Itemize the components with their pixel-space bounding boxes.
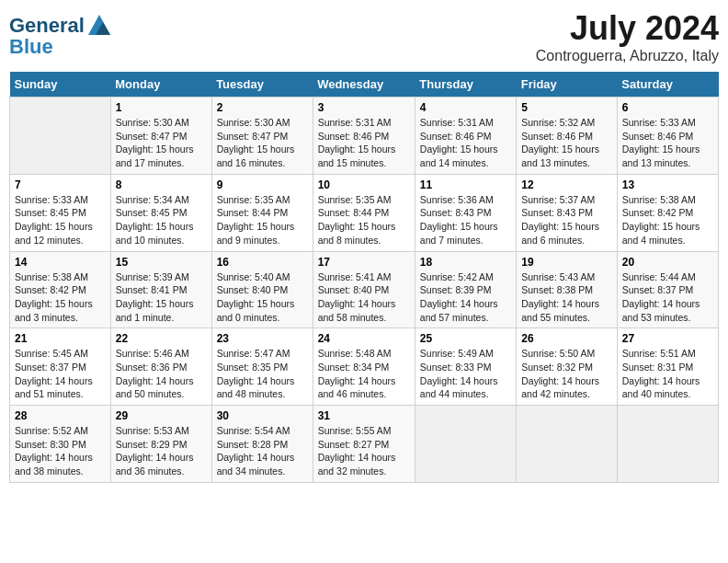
page-header: General Blue July 2024 Controguerra, Abr… — [9, 9, 719, 64]
day-info: Sunrise: 5:41 AMSunset: 8:40 PMDaylight:… — [318, 270, 410, 325]
day-number: 3 — [318, 101, 410, 114]
day-number: 20 — [622, 256, 713, 269]
logo-text-general: General — [9, 16, 85, 36]
calendar-week-row: 28Sunrise: 5:52 AMSunset: 8:30 PMDayligh… — [10, 406, 719, 483]
calendar-cell: 23Sunrise: 5:47 AMSunset: 8:35 PMDayligh… — [211, 328, 313, 406]
day-number: 14 — [15, 256, 106, 269]
calendar-header-monday: Monday — [110, 72, 211, 98]
day-number: 27 — [622, 332, 713, 345]
calendar-week-row: 7Sunrise: 5:33 AMSunset: 8:45 PMDaylight… — [10, 174, 719, 251]
day-info: Sunrise: 5:31 AMSunset: 8:46 PMDaylight:… — [318, 116, 410, 170]
calendar-cell: 9Sunrise: 5:35 AMSunset: 8:44 PMDaylight… — [211, 174, 313, 251]
calendar-cell: 10Sunrise: 5:35 AMSunset: 8:44 PMDayligh… — [313, 174, 415, 251]
day-info: Sunrise: 5:35 AMSunset: 8:44 PMDaylight:… — [318, 193, 410, 247]
calendar-cell: 15Sunrise: 5:39 AMSunset: 8:41 PMDayligh… — [110, 251, 211, 328]
day-info: Sunrise: 5:48 AMSunset: 8:34 PMDaylight:… — [318, 347, 410, 401]
logo: General Blue — [9, 13, 112, 59]
day-info: Sunrise: 5:33 AMSunset: 8:46 PMDaylight:… — [622, 116, 713, 170]
day-info: Sunrise: 5:43 AMSunset: 8:38 PMDaylight:… — [521, 270, 611, 325]
calendar-cell: 4Sunrise: 5:31 AMSunset: 8:46 PMDaylight… — [415, 98, 516, 175]
calendar-cell: 14Sunrise: 5:38 AMSunset: 8:42 PMDayligh… — [10, 251, 111, 328]
day-info: Sunrise: 5:38 AMSunset: 8:42 PMDaylight:… — [15, 270, 106, 325]
day-number: 16 — [217, 256, 308, 269]
calendar-cell: 17Sunrise: 5:41 AMSunset: 8:40 PMDayligh… — [313, 251, 415, 328]
calendar-cell: 20Sunrise: 5:44 AMSunset: 8:37 PMDayligh… — [617, 251, 718, 328]
calendar-week-row: 21Sunrise: 5:45 AMSunset: 8:37 PMDayligh… — [10, 328, 719, 406]
day-info: Sunrise: 5:46 AMSunset: 8:36 PMDaylight:… — [116, 347, 207, 401]
calendar-week-row: 14Sunrise: 5:38 AMSunset: 8:42 PMDayligh… — [10, 251, 719, 328]
calendar-cell — [617, 406, 718, 483]
calendar-cell: 7Sunrise: 5:33 AMSunset: 8:45 PMDaylight… — [10, 174, 111, 251]
calendar-header-tuesday: Tuesday — [211, 72, 313, 98]
calendar-cell: 25Sunrise: 5:49 AMSunset: 8:33 PMDayligh… — [415, 328, 516, 406]
day-number: 9 — [217, 178, 308, 191]
day-number: 8 — [116, 178, 207, 191]
title-block: July 2024 Controguerra, Abruzzo, Italy — [536, 9, 719, 64]
calendar-table: SundayMondayTuesdayWednesdayThursdayFrid… — [9, 72, 719, 483]
day-info: Sunrise: 5:42 AMSunset: 8:39 PMDaylight:… — [420, 270, 511, 325]
day-info: Sunrise: 5:36 AMSunset: 8:43 PMDaylight:… — [420, 193, 511, 247]
day-number: 6 — [622, 101, 713, 114]
calendar-header-saturday: Saturday — [617, 72, 718, 98]
day-info: Sunrise: 5:37 AMSunset: 8:43 PMDaylight:… — [521, 193, 611, 247]
day-number: 15 — [116, 256, 207, 269]
day-info: Sunrise: 5:53 AMSunset: 8:29 PMDaylight:… — [116, 424, 207, 478]
day-number: 2 — [217, 101, 308, 114]
day-info: Sunrise: 5:32 AMSunset: 8:46 PMDaylight:… — [521, 116, 611, 170]
logo-icon — [86, 13, 112, 39]
calendar-cell: 30Sunrise: 5:54 AMSunset: 8:28 PMDayligh… — [211, 406, 313, 483]
calendar-cell: 3Sunrise: 5:31 AMSunset: 8:46 PMDaylight… — [313, 98, 415, 175]
calendar-cell: 31Sunrise: 5:55 AMSunset: 8:27 PMDayligh… — [313, 406, 415, 483]
calendar-week-row: 1Sunrise: 5:30 AMSunset: 8:47 PMDaylight… — [10, 98, 719, 175]
day-number: 17 — [318, 256, 410, 269]
day-info: Sunrise: 5:52 AMSunset: 8:30 PMDaylight:… — [15, 424, 106, 478]
calendar-cell: 26Sunrise: 5:50 AMSunset: 8:32 PMDayligh… — [517, 328, 617, 406]
day-number: 11 — [420, 178, 511, 191]
day-info: Sunrise: 5:34 AMSunset: 8:45 PMDaylight:… — [116, 193, 207, 247]
calendar-cell: 12Sunrise: 5:37 AMSunset: 8:43 PMDayligh… — [517, 174, 617, 251]
calendar-cell: 8Sunrise: 5:34 AMSunset: 8:45 PMDaylight… — [110, 174, 211, 251]
calendar-cell: 28Sunrise: 5:52 AMSunset: 8:30 PMDayligh… — [10, 406, 111, 483]
day-number: 24 — [318, 332, 410, 345]
day-info: Sunrise: 5:51 AMSunset: 8:31 PMDaylight:… — [622, 347, 713, 401]
day-info: Sunrise: 5:50 AMSunset: 8:32 PMDaylight:… — [521, 347, 611, 401]
day-number: 22 — [116, 332, 207, 345]
day-number: 10 — [318, 178, 410, 191]
day-number: 4 — [420, 101, 511, 114]
calendar-cell: 16Sunrise: 5:40 AMSunset: 8:40 PMDayligh… — [211, 251, 313, 328]
calendar-cell — [10, 98, 111, 175]
day-number: 7 — [15, 178, 106, 191]
day-info: Sunrise: 5:55 AMSunset: 8:27 PMDaylight:… — [318, 424, 410, 478]
calendar-cell — [415, 406, 516, 483]
day-number: 21 — [15, 332, 106, 345]
day-number: 29 — [116, 409, 207, 422]
day-number: 25 — [420, 332, 511, 345]
calendar-cell: 11Sunrise: 5:36 AMSunset: 8:43 PMDayligh… — [415, 174, 516, 251]
calendar-cell: 21Sunrise: 5:45 AMSunset: 8:37 PMDayligh… — [10, 328, 111, 406]
day-info: Sunrise: 5:31 AMSunset: 8:46 PMDaylight:… — [420, 116, 511, 170]
main-title: July 2024 — [536, 9, 719, 48]
calendar-cell: 13Sunrise: 5:38 AMSunset: 8:42 PMDayligh… — [617, 174, 718, 251]
day-info: Sunrise: 5:40 AMSunset: 8:40 PMDaylight:… — [217, 270, 308, 325]
calendar-cell: 2Sunrise: 5:30 AMSunset: 8:47 PMDaylight… — [211, 98, 313, 175]
calendar-cell: 19Sunrise: 5:43 AMSunset: 8:38 PMDayligh… — [517, 251, 617, 328]
calendar-header-wednesday: Wednesday — [313, 72, 415, 98]
day-number: 13 — [622, 178, 713, 191]
calendar-cell: 6Sunrise: 5:33 AMSunset: 8:46 PMDaylight… — [617, 98, 718, 175]
day-info: Sunrise: 5:45 AMSunset: 8:37 PMDaylight:… — [15, 347, 106, 401]
day-number: 28 — [15, 409, 106, 422]
calendar-cell: 18Sunrise: 5:42 AMSunset: 8:39 PMDayligh… — [415, 251, 516, 328]
day-number: 31 — [318, 409, 410, 422]
day-info: Sunrise: 5:38 AMSunset: 8:42 PMDaylight:… — [622, 193, 713, 247]
day-info: Sunrise: 5:39 AMSunset: 8:41 PMDaylight:… — [116, 270, 207, 325]
calendar-cell: 24Sunrise: 5:48 AMSunset: 8:34 PMDayligh… — [313, 328, 415, 406]
day-info: Sunrise: 5:33 AMSunset: 8:45 PMDaylight:… — [15, 193, 106, 247]
day-info: Sunrise: 5:35 AMSunset: 8:44 PMDaylight:… — [217, 193, 308, 247]
calendar-cell: 27Sunrise: 5:51 AMSunset: 8:31 PMDayligh… — [617, 328, 718, 406]
calendar-header-friday: Friday — [517, 72, 617, 98]
calendar-cell: 29Sunrise: 5:53 AMSunset: 8:29 PMDayligh… — [110, 406, 211, 483]
day-info: Sunrise: 5:47 AMSunset: 8:35 PMDaylight:… — [217, 347, 308, 401]
day-number: 23 — [217, 332, 308, 345]
calendar-header-sunday: Sunday — [10, 72, 111, 98]
day-info: Sunrise: 5:44 AMSunset: 8:37 PMDaylight:… — [622, 270, 713, 325]
